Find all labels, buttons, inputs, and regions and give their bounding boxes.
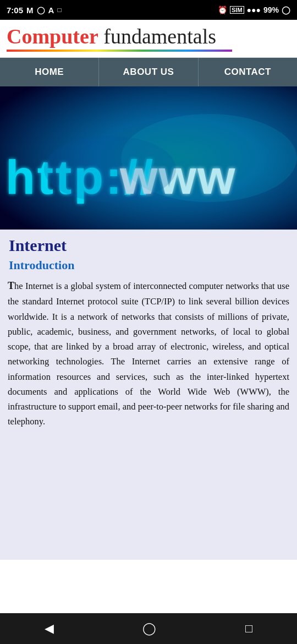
body-text: he Internet is a global system of interc… [8,281,289,427]
logo-computer: Computer [7,25,98,48]
status-icon-m: M [26,6,34,15]
nav-home[interactable]: HOME [0,58,99,86]
recents-icon[interactable]: □ [245,621,252,636]
first-letter: T [8,280,14,291]
main-nav: HOME ABOUT US CONTACT [0,58,297,86]
status-icon-ig: □ [57,6,61,14]
logo-bar: Computer fundamentals [0,20,297,58]
hero-image: http:// www [0,86,297,230]
content-title: Internet [8,236,289,255]
sim-icon: SIM [230,6,244,14]
status-icon-g: ◯ [37,6,45,14]
battery-icon: ◯ [282,6,290,14]
signal-icon: ●●● [247,6,261,14]
alarm-icon: ⏰ [218,6,227,14]
content-body: The Internet is a global system of inter… [8,278,289,429]
status-right: ⏰ SIM ●●● 99% ◯ [218,6,290,14]
back-icon[interactable]: ◀ [45,621,54,636]
logo-underline [7,50,232,52]
svg-point-6 [44,136,176,202]
nav-about[interactable]: ABOUT US [99,58,198,86]
battery-text: 99% [263,6,279,14]
content-area: Internet Introduction The Internet is a … [0,230,297,560]
logo-text: Computer fundamentals [7,25,288,48]
status-left: 7:05 M ◯ A □ [7,6,62,15]
content-subtitle: Introduction [8,258,289,272]
bottom-nav-bar: ◀ ◯ □ [0,613,297,644]
home-icon[interactable]: ◯ [142,621,156,636]
status-bar: 7:05 M ◯ A □ ⏰ SIM ●●● 99% ◯ [0,0,297,20]
logo-fundamentals: fundamentals [98,25,216,48]
status-icon-a: A [48,6,54,15]
nav-contact[interactable]: CONTACT [199,58,297,86]
status-time: 7:05 [7,6,23,15]
